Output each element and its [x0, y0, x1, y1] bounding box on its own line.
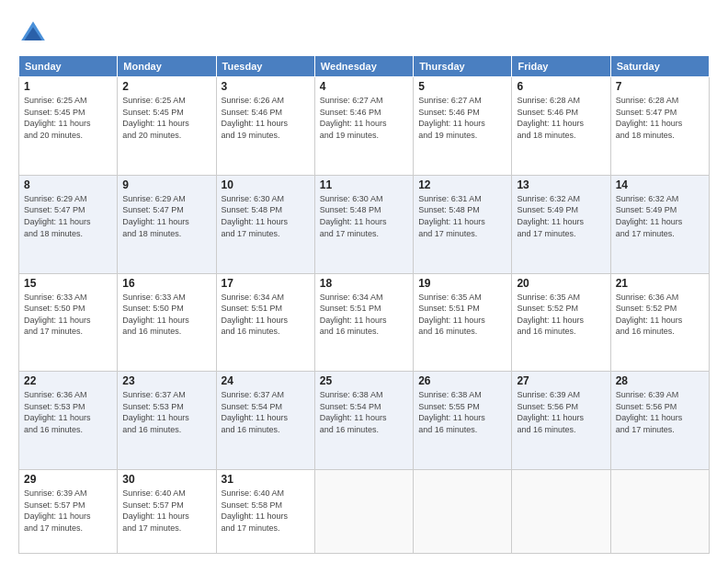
day-info: Sunrise: 6:25 AMSunset: 5:45 PMDaylight:… — [122, 95, 210, 141]
day-number: 9 — [122, 178, 210, 191]
day-info: Sunrise: 6:39 AMSunset: 5:56 PMDaylight:… — [517, 389, 605, 435]
week-row-1: 1Sunrise: 6:25 AMSunset: 5:45 PMDaylight… — [19, 77, 710, 176]
day-cell: 5Sunrise: 6:27 AMSunset: 5:46 PMDaylight… — [414, 77, 512, 176]
day-info: Sunrise: 6:34 AMSunset: 5:51 PMDaylight:… — [320, 292, 408, 338]
day-number: 24 — [222, 374, 310, 387]
day-info: Sunrise: 6:38 AMSunset: 5:55 PMDaylight:… — [418, 389, 506, 435]
day-number: 14 — [616, 178, 704, 191]
day-cell: 25Sunrise: 6:38 AMSunset: 5:54 PMDayligh… — [314, 372, 413, 470]
day-cell: 22Sunrise: 6:36 AMSunset: 5:53 PMDayligh… — [19, 372, 118, 470]
day-info: Sunrise: 6:32 AMSunset: 5:49 PMDaylight:… — [616, 193, 704, 239]
day-info: Sunrise: 6:33 AMSunset: 5:50 PMDaylight:… — [122, 292, 210, 338]
day-cell: 17Sunrise: 6:34 AMSunset: 5:51 PMDayligh… — [216, 273, 314, 372]
weekday-tuesday: Tuesday — [216, 56, 314, 77]
weekday-sunday: Sunday — [19, 56, 118, 77]
day-info: Sunrise: 6:30 AMSunset: 5:48 PMDaylight:… — [320, 193, 408, 239]
day-cell — [314, 470, 413, 554]
day-number: 5 — [418, 80, 506, 93]
day-cell: 12Sunrise: 6:31 AMSunset: 5:48 PMDayligh… — [414, 175, 512, 273]
day-number: 4 — [320, 80, 408, 93]
day-info: Sunrise: 6:40 AMSunset: 5:57 PMDaylight:… — [122, 488, 210, 534]
day-info: Sunrise: 6:32 AMSunset: 5:49 PMDaylight:… — [517, 193, 605, 239]
weekday-friday: Friday — [512, 56, 610, 77]
day-cell: 10Sunrise: 6:30 AMSunset: 5:48 PMDayligh… — [216, 175, 314, 273]
day-cell: 31Sunrise: 6:40 AMSunset: 5:58 PMDayligh… — [216, 470, 314, 554]
day-info: Sunrise: 6:35 AMSunset: 5:52 PMDaylight:… — [517, 292, 605, 338]
day-cell: 20Sunrise: 6:35 AMSunset: 5:52 PMDayligh… — [512, 273, 610, 372]
week-row-3: 15Sunrise: 6:33 AMSunset: 5:50 PMDayligh… — [19, 273, 710, 372]
day-info: Sunrise: 6:27 AMSunset: 5:46 PMDaylight:… — [418, 95, 506, 141]
day-info: Sunrise: 6:37 AMSunset: 5:54 PMDaylight:… — [222, 389, 310, 435]
day-info: Sunrise: 6:35 AMSunset: 5:51 PMDaylight:… — [418, 292, 506, 338]
day-cell — [414, 470, 512, 554]
weekday-header-row: SundayMondayTuesdayWednesdayThursdayFrid… — [19, 56, 710, 77]
day-cell: 16Sunrise: 6:33 AMSunset: 5:50 PMDayligh… — [118, 273, 216, 372]
day-info: Sunrise: 6:28 AMSunset: 5:47 PMDaylight:… — [616, 95, 704, 141]
day-cell: 6Sunrise: 6:28 AMSunset: 5:46 PMDaylight… — [512, 77, 610, 176]
weekday-thursday: Thursday — [414, 56, 512, 77]
day-number: 18 — [320, 277, 408, 290]
day-number: 16 — [122, 277, 210, 290]
day-number: 19 — [418, 277, 506, 290]
logo — [18, 18, 50, 48]
day-cell: 23Sunrise: 6:37 AMSunset: 5:53 PMDayligh… — [118, 372, 216, 470]
day-info: Sunrise: 6:37 AMSunset: 5:53 PMDaylight:… — [122, 389, 210, 435]
day-info: Sunrise: 6:29 AMSunset: 5:47 PMDaylight:… — [122, 193, 210, 239]
day-info: Sunrise: 6:36 AMSunset: 5:52 PMDaylight:… — [616, 292, 704, 338]
day-cell — [610, 470, 709, 554]
day-info: Sunrise: 6:40 AMSunset: 5:58 PMDaylight:… — [222, 488, 310, 534]
day-cell: 1Sunrise: 6:25 AMSunset: 5:45 PMDaylight… — [19, 77, 118, 176]
day-number: 22 — [24, 374, 112, 387]
week-row-4: 22Sunrise: 6:36 AMSunset: 5:53 PMDayligh… — [19, 372, 710, 470]
day-info: Sunrise: 6:27 AMSunset: 5:46 PMDaylight:… — [320, 95, 408, 141]
week-row-5: 29Sunrise: 6:39 AMSunset: 5:57 PMDayligh… — [19, 470, 710, 554]
day-number: 6 — [517, 80, 605, 93]
day-info: Sunrise: 6:26 AMSunset: 5:46 PMDaylight:… — [222, 95, 310, 141]
day-cell: 13Sunrise: 6:32 AMSunset: 5:49 PMDayligh… — [512, 175, 610, 273]
day-cell: 21Sunrise: 6:36 AMSunset: 5:52 PMDayligh… — [610, 273, 709, 372]
day-info: Sunrise: 6:30 AMSunset: 5:48 PMDaylight:… — [222, 193, 310, 239]
day-number: 2 — [122, 80, 210, 93]
day-cell: 24Sunrise: 6:37 AMSunset: 5:54 PMDayligh… — [216, 372, 314, 470]
day-cell: 14Sunrise: 6:32 AMSunset: 5:49 PMDayligh… — [610, 175, 709, 273]
day-cell: 8Sunrise: 6:29 AMSunset: 5:47 PMDaylight… — [19, 175, 118, 273]
day-cell: 30Sunrise: 6:40 AMSunset: 5:57 PMDayligh… — [118, 470, 216, 554]
page: SundayMondayTuesdayWednesdayThursdayFrid… — [0, 0, 728, 563]
day-info: Sunrise: 6:39 AMSunset: 5:56 PMDaylight:… — [616, 389, 704, 435]
day-number: 1 — [24, 80, 112, 93]
day-cell: 27Sunrise: 6:39 AMSunset: 5:56 PMDayligh… — [512, 372, 610, 470]
day-cell — [512, 470, 610, 554]
day-number: 31 — [222, 473, 310, 486]
weekday-wednesday: Wednesday — [314, 56, 413, 77]
day-number: 12 — [418, 178, 506, 191]
day-number: 15 — [24, 277, 112, 290]
day-cell: 4Sunrise: 6:27 AMSunset: 5:46 PMDaylight… — [314, 77, 413, 176]
day-info: Sunrise: 6:34 AMSunset: 5:51 PMDaylight:… — [222, 292, 310, 338]
day-cell: 11Sunrise: 6:30 AMSunset: 5:48 PMDayligh… — [314, 175, 413, 273]
day-number: 25 — [320, 374, 408, 387]
day-info: Sunrise: 6:36 AMSunset: 5:53 PMDaylight:… — [24, 389, 112, 435]
day-info: Sunrise: 6:38 AMSunset: 5:54 PMDaylight:… — [320, 389, 408, 435]
calendar-table: SundayMondayTuesdayWednesdayThursdayFrid… — [18, 55, 710, 554]
day-number: 28 — [616, 374, 704, 387]
day-number: 10 — [222, 178, 310, 191]
week-row-2: 8Sunrise: 6:29 AMSunset: 5:47 PMDaylight… — [19, 175, 710, 273]
day-cell: 9Sunrise: 6:29 AMSunset: 5:47 PMDaylight… — [118, 175, 216, 273]
day-number: 29 — [24, 473, 112, 486]
day-number: 11 — [320, 178, 408, 191]
day-cell: 2Sunrise: 6:25 AMSunset: 5:45 PMDaylight… — [118, 77, 216, 176]
day-info: Sunrise: 6:33 AMSunset: 5:50 PMDaylight:… — [24, 292, 112, 338]
day-cell: 3Sunrise: 6:26 AMSunset: 5:46 PMDaylight… — [216, 77, 314, 176]
day-info: Sunrise: 6:28 AMSunset: 5:46 PMDaylight:… — [517, 95, 605, 141]
day-number: 7 — [616, 80, 704, 93]
day-cell: 19Sunrise: 6:35 AMSunset: 5:51 PMDayligh… — [414, 273, 512, 372]
day-number: 21 — [616, 277, 704, 290]
day-cell: 28Sunrise: 6:39 AMSunset: 5:56 PMDayligh… — [610, 372, 709, 470]
day-info: Sunrise: 6:31 AMSunset: 5:48 PMDaylight:… — [418, 193, 506, 239]
day-number: 3 — [222, 80, 310, 93]
weekday-saturday: Saturday — [610, 56, 709, 77]
day-cell: 7Sunrise: 6:28 AMSunset: 5:47 PMDaylight… — [610, 77, 709, 176]
day-number: 27 — [517, 374, 605, 387]
day-info: Sunrise: 6:29 AMSunset: 5:47 PMDaylight:… — [24, 193, 112, 239]
day-cell: 26Sunrise: 6:38 AMSunset: 5:55 PMDayligh… — [414, 372, 512, 470]
